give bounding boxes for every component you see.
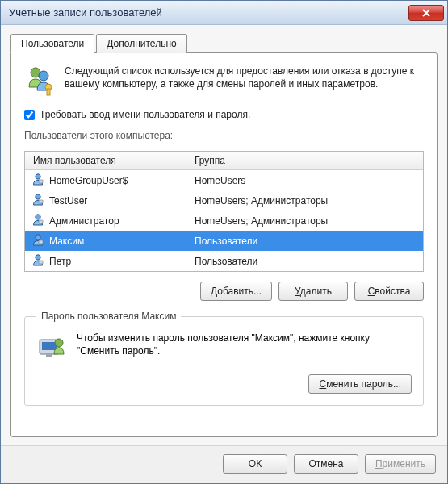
ok-button[interactable]: ОК: [223, 454, 287, 474]
close-icon: [421, 9, 431, 17]
intro-text: Следующий список используется для предос…: [65, 65, 424, 99]
svg-rect-7: [39, 200, 43, 203]
user-icon: [31, 193, 44, 208]
svg-rect-16: [46, 354, 52, 357]
user-name: Администратор: [49, 215, 119, 227]
titlebar[interactable]: Учетные записи пользователей: [1, 1, 447, 25]
svg-rect-13: [39, 261, 43, 264]
user-group: HomeUsers: [186, 173, 423, 189]
user-group: HomeUsers; Администраторы: [186, 213, 423, 229]
svg-point-4: [36, 174, 40, 179]
svg-rect-9: [39, 220, 43, 223]
user-group: Пользователи: [186, 253, 423, 269]
table-header: Имя пользователя Группа: [25, 152, 423, 170]
close-button[interactable]: [408, 5, 444, 21]
user-group: Пользователи: [186, 233, 423, 249]
apply-button[interactable]: Применить: [365, 454, 436, 474]
table-row[interactable]: МаксимПользователи: [25, 231, 423, 251]
user-table: Имя пользователя Группа HomeGroupUser$Ho…: [24, 151, 424, 272]
user-group: HomeUsers; Администраторы: [186, 193, 423, 209]
user-icon: [31, 173, 44, 188]
table-row[interactable]: ПетрПользователи: [25, 251, 423, 271]
svg-rect-5: [39, 180, 43, 183]
user-action-buttons: Добавить... Удалить Свойства: [24, 282, 424, 301]
column-username[interactable]: Имя пользователя: [25, 152, 186, 169]
require-login-label: Требовать ввод имени пользователя и паро…: [40, 109, 250, 120]
add-button[interactable]: Добавить...: [200, 282, 272, 301]
tab-users[interactable]: Пользователи: [10, 34, 94, 53]
dialog-buttons: ОК Отмена Применить: [1, 445, 447, 483]
password-text: Чтобы изменить пароль пользователя "Макс…: [77, 332, 412, 366]
table-row[interactable]: АдминистраторHomeUsers; Администраторы: [25, 211, 423, 231]
intro-block: Следующий список используется для предос…: [24, 65, 424, 99]
table-row[interactable]: HomeGroupUser$HomeUsers: [25, 170, 423, 190]
require-login-checkbox[interactable]: Требовать ввод имени пользователя и паро…: [24, 109, 424, 120]
svg-rect-11: [39, 240, 43, 244]
window-title: Учетные записи пользователей: [9, 6, 408, 19]
tabs: Пользователи Дополнительно: [10, 33, 438, 52]
user-icon: [31, 213, 44, 228]
user-name: Максим: [49, 236, 84, 247]
user-list-label: Пользователи этого компьютера:: [24, 130, 424, 141]
cancel-button[interactable]: Отмена: [294, 454, 358, 474]
svg-rect-3: [47, 89, 50, 95]
user-name: TestUser: [49, 195, 87, 207]
user-name: HomeGroupUser$: [49, 175, 128, 186]
svg-point-10: [36, 235, 40, 240]
svg-point-6: [36, 194, 40, 199]
change-password-button[interactable]: Сменить пароль...: [308, 374, 412, 394]
user-icon: [31, 253, 44, 269]
users-key-icon: [24, 65, 57, 99]
user-icon: [31, 233, 44, 248]
svg-rect-15: [42, 342, 57, 350]
tab-advanced[interactable]: Дополнительно: [96, 34, 186, 53]
svg-point-17: [55, 339, 63, 347]
svg-point-1: [39, 71, 48, 81]
svg-point-8: [36, 215, 40, 219]
table-row[interactable]: TestUserHomeUsers; Администраторы: [25, 190, 423, 211]
user-accounts-dialog: Учетные записи пользователей Пользовател…: [0, 0, 448, 484]
password-legend: Пароль пользователя Максим: [36, 311, 181, 322]
column-group[interactable]: Группа: [186, 152, 423, 169]
user-name: Петр: [49, 256, 71, 267]
require-login-input[interactable]: [24, 110, 35, 120]
remove-button[interactable]: Удалить: [278, 282, 348, 301]
user-monitor-icon: [36, 332, 69, 366]
properties-button[interactable]: Свойства: [354, 282, 424, 301]
tab-panel-users: Следующий список используется для предос…: [10, 52, 438, 437]
password-groupbox: Пароль пользователя Максим Чтобы изменит…: [24, 311, 424, 406]
client-area: Пользователи Дополнительно Следующий спи…: [1, 25, 447, 445]
svg-point-12: [36, 255, 40, 260]
